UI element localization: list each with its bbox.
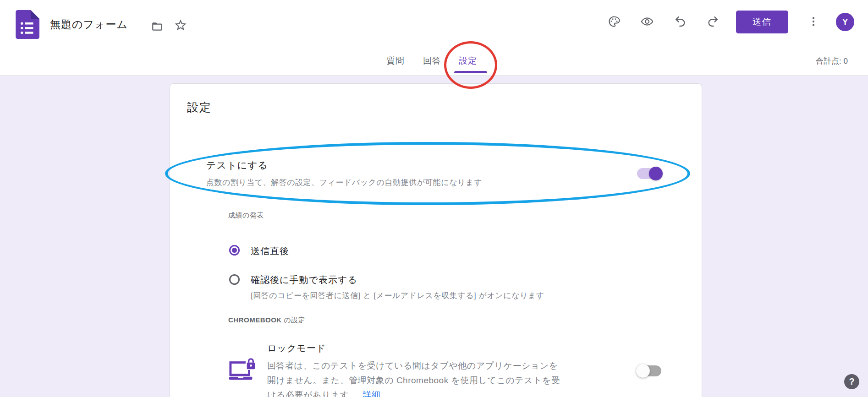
undo-icon[interactable] [674, 15, 687, 28]
quiz-toggle-switch[interactable] [637, 168, 663, 179]
chromebook-label-rest: の設定 [282, 316, 306, 324]
lock-mode-toggle-switch[interactable] [637, 365, 663, 376]
lock-mode-description-line3: ける必要があります。詳細 [267, 389, 380, 397]
quiz-toggle-title: テストにする [206, 159, 268, 172]
lock-mode-description-line1: 回答者は、このテストを受けている間はタブや他のアプリケーションを [267, 360, 558, 372]
tab-settings[interactable]: 設定 [459, 55, 477, 67]
grades-section-label: 成績の発表 [228, 211, 264, 220]
app-header: 無題のフォーム [0, 0, 868, 76]
total-points-label: 合計点: 0 [784, 56, 848, 66]
move-to-folder-icon[interactable] [151, 21, 163, 33]
settings-card [170, 83, 702, 397]
star-icon[interactable] [174, 18, 187, 32]
tab-questions[interactable]: 質問 [386, 55, 405, 67]
theme-palette-icon[interactable] [608, 15, 621, 28]
details-link[interactable]: 詳細 [363, 390, 380, 397]
redo-icon[interactable] [707, 15, 720, 28]
radio-release-immediately-label[interactable]: 送信直後 [251, 245, 289, 257]
forms-logo-icon[interactable] [15, 10, 39, 38]
radio-release-later-description: [回答のコピーを回答者に送信] と [メールアドレスを収集する] がオンになりま… [251, 290, 544, 301]
laptop-lock-icon [229, 357, 258, 382]
help-icon[interactable]: ? [844, 374, 859, 389]
form-title[interactable]: 無題のフォーム [50, 17, 128, 32]
lock-mode-toggle-knob [636, 364, 650, 378]
lock-mode-title: ロックモード [267, 342, 326, 354]
settings-heading: 設定 [187, 100, 212, 115]
quiz-toggle-knob [649, 167, 663, 180]
account-avatar[interactable]: Y [836, 13, 854, 31]
google-forms-settings-screen: 無題のフォーム [0, 0, 868, 397]
preview-eye-icon[interactable] [641, 15, 654, 28]
lock-mode-description-line2: 開けません。また、管理対象の Chromebook を使用してこのテストを受 [267, 375, 560, 386]
more-options-icon[interactable] [808, 16, 819, 27]
tab-responses[interactable]: 回答 [423, 55, 441, 67]
send-button[interactable]: 送信 [736, 11, 788, 33]
chromebook-section-label: CHROMEBOOK の設定 [228, 316, 305, 325]
active-tab-underline [454, 71, 487, 73]
radio-release-later[interactable] [229, 274, 240, 285]
heading-divider [187, 127, 685, 127]
chromebook-label-caps: CHROMEBOOK [228, 316, 282, 324]
radio-release-later-label[interactable]: 確認後に手動で表示する [251, 274, 357, 286]
quiz-toggle-description: 点数の割り当て、解答の設定、フィードバックの自動提供が可能になります [206, 177, 482, 188]
lock-mode-description-line3-text: ける必要があります。 [267, 390, 358, 397]
radio-release-immediately[interactable] [229, 245, 240, 256]
